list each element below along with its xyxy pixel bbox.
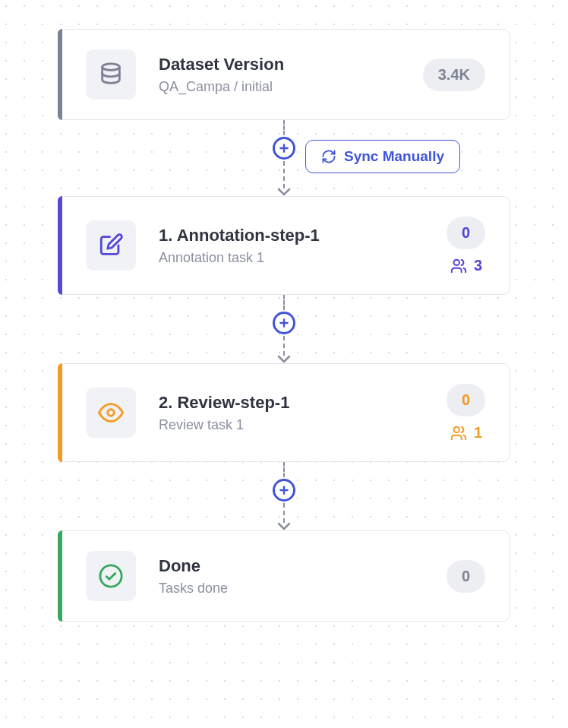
connector <box>0 295 568 363</box>
connector <box>0 462 568 530</box>
count-badge: 3.4K <box>423 59 485 91</box>
node-title: Dataset Version <box>159 55 423 74</box>
node-stripe <box>58 196 62 295</box>
node-stripe <box>58 530 62 622</box>
node-title: Done <box>159 556 447 576</box>
eye-icon <box>86 388 136 438</box>
node-dataset[interactable]: Dataset Version QA_Campa / initial 3.4K <box>58 29 510 120</box>
node-done[interactable]: Done Tasks done 0 <box>58 530 510 622</box>
svg-point-0 <box>103 64 120 71</box>
node-annotation[interactable]: 1. Annotation-step-1 Annotation task 1 0… <box>58 196 510 295</box>
people-icon <box>450 425 468 442</box>
assignees-count[interactable]: 3 <box>450 257 482 274</box>
node-title: 2. Review-step-1 <box>159 393 447 413</box>
svg-point-3 <box>453 426 459 432</box>
add-step-button[interactable] <box>273 137 295 160</box>
sync-button-label: Sync Manually <box>344 148 444 165</box>
svg-point-2 <box>108 410 115 416</box>
node-subtitle: Tasks done <box>159 581 447 597</box>
count-badge: 0 <box>447 384 485 416</box>
people-icon <box>450 258 468 274</box>
node-review[interactable]: 2. Review-step-1 Review task 1 0 1 <box>58 363 510 462</box>
database-icon <box>86 49 136 100</box>
workflow-canvas: Dataset Version QA_Campa / initial 3.4K … <box>0 0 568 728</box>
assignees-count-value: 3 <box>474 257 482 274</box>
connector: Sync Manually <box>0 120 568 196</box>
node-title: 1. Annotation-step-1 <box>159 226 447 245</box>
count-badge: 0 <box>447 560 485 593</box>
sync-manually-button[interactable]: Sync Manually <box>305 140 460 173</box>
sync-icon <box>321 149 336 164</box>
add-step-button[interactable] <box>273 479 295 502</box>
svg-point-4 <box>100 565 121 587</box>
add-step-button[interactable] <box>273 312 295 334</box>
node-stripe <box>58 29 62 120</box>
svg-point-1 <box>453 259 459 264</box>
assignees-count[interactable]: 1 <box>450 424 482 442</box>
check-icon <box>86 551 136 601</box>
count-badge: 0 <box>447 217 485 249</box>
edit-icon <box>86 220 136 271</box>
assignees-count-value: 1 <box>474 424 482 442</box>
node-subtitle: Review task 1 <box>159 417 447 433</box>
node-stripe <box>58 363 62 462</box>
node-subtitle: Annotation task 1 <box>159 250 447 266</box>
node-subtitle: QA_Campa / initial <box>159 79 423 95</box>
